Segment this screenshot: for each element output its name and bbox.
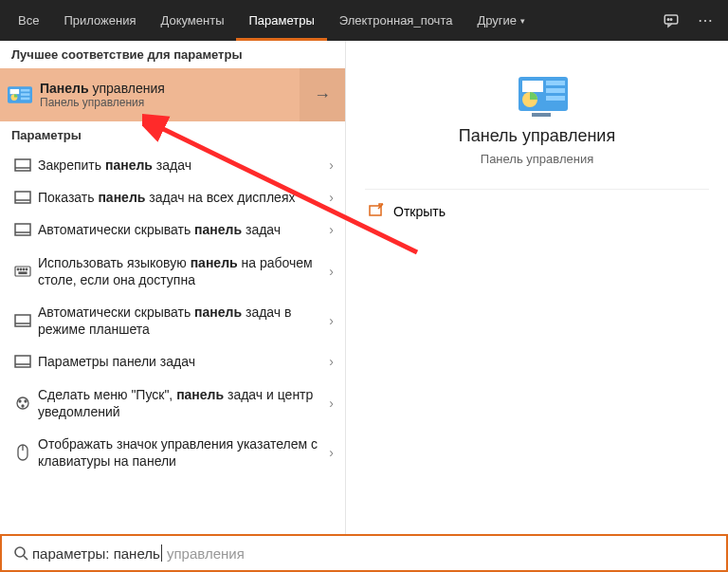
result-item[interactable]: Параметры панели задач › — [0, 345, 345, 378]
best-match-title: Панель управления — [40, 81, 300, 96]
result-item[interactable]: Сделать меню "Пуск", панель задач и цент… — [0, 378, 345, 428]
preview-title: Панель управления — [459, 126, 615, 146]
svg-rect-32 — [522, 81, 543, 92]
taskbar-icon — [9, 158, 36, 172]
tab-label: Документы — [160, 13, 224, 28]
preview-panel: Панель управления Панель управления Откр… — [346, 41, 728, 534]
svg-rect-9 — [15, 159, 30, 171]
result-label: Использовать языковую панель на рабочем … — [38, 254, 329, 288]
svg-rect-7 — [21, 98, 30, 101]
best-match-subtitle: Панель управления — [40, 96, 300, 109]
chevron-right-icon: › — [329, 157, 334, 173]
result-label: Автоматически скрывать панель задач — [38, 221, 329, 238]
control-panel-icon — [0, 84, 40, 105]
tab-settings[interactable]: Параметры — [236, 0, 326, 41]
search-typed: панель — [114, 545, 160, 562]
svg-line-41 — [24, 556, 27, 560]
search-prefix: параметры: — [32, 545, 114, 562]
taskbar-icon — [9, 191, 36, 204]
svg-point-2 — [670, 18, 672, 20]
control-panel-large-icon — [511, 71, 564, 111]
taskbar-icon — [9, 223, 36, 236]
search-icon — [9, 545, 32, 561]
open-action[interactable]: Открыть — [346, 190, 728, 232]
svg-point-1 — [667, 18, 669, 20]
svg-rect-21 — [15, 315, 30, 326]
more-options-button[interactable]: ⋯ — [688, 0, 722, 41]
result-label: Закрепить панель задач — [38, 157, 329, 174]
svg-rect-15 — [15, 267, 30, 276]
svg-point-26 — [19, 400, 21, 402]
open-label: Открыть — [393, 204, 446, 219]
svg-rect-11 — [15, 192, 30, 203]
tab-apps[interactable]: Приложения — [51, 0, 148, 41]
svg-rect-6 — [21, 93, 30, 96]
tab-more[interactable]: Другие▾ — [464, 0, 537, 41]
result-label: Показать панель задач на всех дисплеях — [38, 189, 329, 206]
result-label: Автоматически скрывать панель задач в ре… — [38, 304, 329, 338]
svg-rect-23 — [15, 356, 30, 367]
chevron-down-icon: ▾ — [520, 16, 525, 26]
color-icon — [9, 396, 36, 411]
search-autocomplete: управления — [163, 545, 245, 562]
svg-point-17 — [20, 268, 22, 270]
expand-arrow-button[interactable]: → — [300, 68, 345, 121]
svg-rect-35 — [546, 96, 565, 101]
result-item[interactable]: Показать панель задач на всех дисплеях › — [0, 181, 345, 213]
chevron-right-icon: › — [329, 445, 334, 460]
best-match-result[interactable]: Панель управления Панель управления → — [0, 68, 345, 121]
category-tabs: Все Приложения Документы Параметры Элект… — [0, 0, 728, 41]
svg-rect-33 — [546, 81, 565, 85]
svg-rect-4 — [10, 89, 20, 94]
chevron-right-icon: › — [329, 354, 334, 369]
result-label: Параметры панели задач — [38, 353, 329, 370]
svg-point-28 — [22, 405, 24, 407]
svg-rect-37 — [532, 113, 551, 117]
result-item[interactable]: Автоматически скрывать панель задач › — [0, 213, 345, 246]
taskbar-icon — [9, 314, 36, 327]
svg-rect-34 — [546, 88, 565, 93]
result-label: Отображать значок управления указателем … — [38, 435, 329, 470]
tab-label: Все — [18, 13, 39, 28]
result-label: Сделать меню "Пуск", панель задач и цент… — [38, 386, 329, 420]
tab-email[interactable]: Электронная_почта — [327, 0, 465, 41]
result-item[interactable]: Закрепить панель задач › — [0, 149, 345, 181]
arrow-right-icon: → — [314, 85, 331, 105]
ellipsis-icon: ⋯ — [698, 11, 713, 29]
tab-label: Параметры — [248, 13, 314, 28]
tab-label: Другие — [477, 13, 517, 28]
svg-point-40 — [15, 547, 25, 557]
result-item[interactable]: Отображать значок управления указателем … — [0, 428, 345, 477]
search-input[interactable]: параметры: панель управления — [32, 544, 245, 562]
search-bar[interactable]: параметры: панель управления — [0, 534, 728, 572]
tab-documents[interactable]: Документы — [148, 0, 236, 41]
keyboard-icon — [9, 266, 36, 277]
tab-label: Приложения — [64, 13, 136, 28]
svg-rect-13 — [15, 224, 30, 235]
chevron-right-icon: › — [329, 313, 334, 328]
feedback-icon — [663, 12, 680, 29]
svg-point-19 — [26, 268, 27, 270]
svg-point-16 — [17, 268, 19, 270]
mouse-icon — [9, 444, 36, 461]
open-icon — [369, 203, 393, 219]
svg-point-27 — [25, 400, 27, 402]
chevron-right-icon: › — [329, 190, 334, 205]
svg-point-18 — [23, 268, 25, 270]
svg-rect-5 — [21, 89, 30, 92]
feedback-button[interactable] — [654, 0, 688, 41]
preview-subtitle: Панель управления — [481, 152, 593, 166]
tab-all[interactable]: Все — [6, 0, 51, 41]
best-match-header: Лучшее соответствие для параметры — [0, 41, 345, 68]
chevron-right-icon: › — [329, 396, 334, 411]
tab-label: Электронная_почта — [339, 13, 453, 28]
taskbar-icon — [9, 355, 36, 368]
settings-section-header: Параметры — [0, 121, 345, 149]
chevron-right-icon: › — [329, 264, 334, 279]
results-panel: Лучшее соответствие для параметры Панель… — [0, 41, 346, 534]
result-item[interactable]: Автоматически скрывать панель задач в ре… — [0, 296, 345, 345]
text-cursor — [161, 544, 162, 562]
chevron-right-icon: › — [329, 222, 334, 237]
svg-rect-20 — [19, 272, 27, 274]
result-item[interactable]: Использовать языковую панель на рабочем … — [0, 247, 345, 296]
